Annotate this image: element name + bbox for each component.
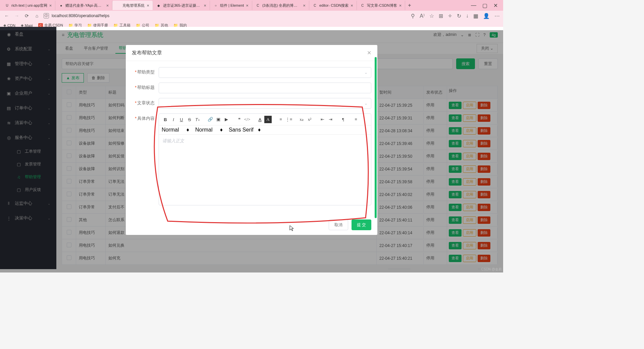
collections-icon[interactable]: ✧ bbox=[448, 13, 452, 19]
ordered-list-icon[interactable]: ≡ bbox=[277, 116, 284, 123]
tab-title: rich-text | uni-app官网 bbox=[11, 3, 47, 8]
editor-body[interactable]: 请输入正文 bbox=[159, 135, 371, 205]
align-icon[interactable]: ≡ bbox=[352, 116, 360, 123]
tab-close-icon[interactable]: × bbox=[106, 3, 109, 8]
rich-editor: B I U S Tₓ 🔗 ▣ ▶ ❝ </> bbox=[159, 113, 371, 205]
browser-tab[interactable]: ◆进京证365-进京证摄像头位...× bbox=[153, 1, 210, 10]
back-icon[interactable]: ← bbox=[3, 12, 10, 19]
watermark: CSDN @全易 bbox=[481, 267, 502, 272]
window-maximize-icon[interactable]: ▢ bbox=[482, 2, 487, 9]
tab-close-icon[interactable]: × bbox=[351, 3, 353, 8]
link-icon[interactable]: 🔗 bbox=[207, 116, 214, 123]
tab-close-icon[interactable]: × bbox=[147, 3, 149, 8]
browser-tabs: Urich-text | uni-app官网×●赠送代金券-YApi-高效、易.… bbox=[0, 0, 503, 11]
form-row-title: *帮助标题 bbox=[132, 83, 371, 93]
read-aloud-icon[interactable]: A⁾ bbox=[420, 13, 425, 19]
indent-right-icon[interactable]: ⇥ bbox=[327, 116, 334, 123]
bold-icon[interactable]: B bbox=[162, 116, 169, 123]
tab-close-icon[interactable]: × bbox=[303, 3, 306, 8]
tab-close-icon[interactable]: × bbox=[204, 3, 206, 8]
size-select[interactable]: Normal ♦ bbox=[162, 127, 189, 133]
close-icon[interactable]: ✕ bbox=[367, 50, 371, 56]
tab-title: 组件 | Element bbox=[220, 3, 244, 8]
tab-title: 写文章-CSDN博客 bbox=[367, 3, 397, 8]
font-select[interactable]: Sans Serif ♦ bbox=[229, 127, 261, 133]
image-icon[interactable]: ▣ bbox=[215, 116, 222, 123]
tab-favicon-icon: ○ bbox=[213, 3, 218, 8]
browser-tab[interactable]: C(3条消息) 全易的博客_CSDN...× bbox=[252, 1, 309, 10]
extensions-icon[interactable]: ⊞ bbox=[439, 13, 443, 19]
search-icon[interactable]: ⚲ bbox=[411, 13, 415, 19]
new-tab-icon[interactable]: + bbox=[405, 2, 414, 8]
status-select[interactable]: ⌄ bbox=[159, 98, 371, 109]
editor-toolbar: B I U S Tₓ 🔗 ▣ ▶ ❝ </> bbox=[159, 114, 371, 126]
title-input[interactable] bbox=[159, 83, 371, 93]
modal-footer: 取消 提 交 bbox=[126, 216, 377, 235]
label-status: *文章状态 bbox=[132, 98, 159, 106]
home-icon[interactable]: ⌂ bbox=[34, 12, 40, 19]
favorite-icon[interactable]: ☆ bbox=[429, 13, 434, 19]
tab-title: 充电管理系统 bbox=[122, 3, 145, 8]
browser-chrome: Urich-text | uni-app官网×●赠送代金券-YApi-高效、易.… bbox=[0, 0, 503, 27]
window-minimize-icon[interactable]: — bbox=[471, 2, 476, 9]
submit-button[interactable]: 提 交 bbox=[352, 219, 371, 230]
app-icon[interactable]: ▦ bbox=[473, 13, 478, 19]
addr-actions: ⚲ A⁾ ☆ ⊞ ✧ ↻ ↓ ▦ 👤 ⋯ bbox=[411, 13, 500, 19]
browser-tab[interactable]: ●赠送代金券-YApi-高效、易...× bbox=[55, 1, 112, 10]
downloads-icon[interactable]: ↓ bbox=[466, 13, 469, 19]
menu-icon[interactable]: ⋯ bbox=[494, 13, 500, 19]
video-icon[interactable]: ▶ bbox=[223, 116, 230, 123]
browser-tab[interactable]: Urich-text | uni-app官网× bbox=[1, 1, 55, 10]
tab-favicon-icon: ● bbox=[59, 3, 63, 8]
text-color-icon[interactable]: A bbox=[256, 116, 264, 123]
cancel-button[interactable]: 取消 bbox=[329, 219, 348, 230]
clear-format-icon[interactable]: Tₓ bbox=[194, 116, 201, 123]
address-bar-row: ← → ⟳ ⌂ ⓘ localhost:8080/operational/hel… bbox=[0, 11, 503, 21]
tab-favicon-icon: C bbox=[313, 3, 317, 8]
tab-favicon-icon: C bbox=[256, 3, 260, 8]
chevron-down-icon: ⌄ bbox=[364, 101, 368, 106]
underline-icon[interactable]: U bbox=[178, 116, 185, 123]
url-text: localhost:8080/operational/helps bbox=[52, 13, 109, 18]
bg-color-icon[interactable]: A bbox=[264, 116, 272, 123]
refresh-icon[interactable]: ⟳ bbox=[23, 12, 30, 19]
browser-tab[interactable]: C写文章-CSDN博客× bbox=[357, 1, 405, 10]
browser-tab[interactable]: ○组件 | Element× bbox=[210, 1, 252, 10]
header-select[interactable]: Normal ♦ bbox=[195, 127, 223, 133]
modal-title: 发布帮助文章 bbox=[132, 50, 162, 56]
category-select[interactable]: ⌄ bbox=[159, 67, 371, 78]
browser-tab[interactable]: 充电管理系统× bbox=[112, 1, 153, 10]
italic-icon[interactable]: I bbox=[170, 116, 177, 123]
tab-close-icon[interactable]: × bbox=[399, 3, 402, 8]
tab-favicon-icon: U bbox=[5, 3, 9, 8]
tab-title: (3条消息) 全易的博客_CSDN... bbox=[262, 3, 301, 8]
modal-body: *帮助类型 ⌄ *帮助标题 *文章状态 ⌄ *具体内容 B I U bbox=[126, 61, 377, 216]
tab-favicon-icon bbox=[116, 3, 120, 8]
subscript-icon[interactable]: x₂ bbox=[298, 116, 305, 123]
direction-icon[interactable]: ¶ bbox=[339, 116, 347, 123]
label-content: *具体内容 bbox=[132, 113, 159, 121]
profile-icon[interactable]: 👤 bbox=[483, 13, 490, 19]
window-close-icon[interactable]: ✕ bbox=[493, 2, 498, 9]
label-category: *帮助类型 bbox=[132, 67, 159, 75]
editor-format-row: Normal ♦ Normal ♦ Sans Serif ♦ bbox=[159, 126, 371, 135]
quote-icon[interactable]: ❝ bbox=[235, 116, 243, 123]
superscript-icon[interactable]: x² bbox=[306, 116, 313, 123]
form-row-category: *帮助类型 ⌄ bbox=[132, 67, 371, 78]
tab-close-icon[interactable]: × bbox=[49, 3, 52, 8]
code-icon[interactable]: </> bbox=[244, 116, 251, 123]
tab-favicon-icon: C bbox=[360, 3, 365, 8]
history-icon[interactable]: ↻ bbox=[457, 13, 461, 19]
unordered-list-icon[interactable]: ⋮≡ bbox=[285, 116, 292, 123]
address-bar[interactable]: ⓘ localhost:8080/operational/helps bbox=[44, 13, 408, 18]
tab-close-icon[interactable]: × bbox=[246, 3, 249, 8]
strike-icon[interactable]: S bbox=[186, 116, 193, 123]
indent-left-icon[interactable]: ⇤ bbox=[319, 116, 326, 123]
browser-tab[interactable]: Ceditor- CSDN搜索× bbox=[309, 1, 357, 10]
forward-icon[interactable]: → bbox=[13, 12, 20, 19]
site-info-icon[interactable]: ⓘ bbox=[44, 13, 49, 18]
tab-title: editor- CSDN搜索 bbox=[319, 3, 348, 8]
form-row-status: *文章状态 ⌄ bbox=[132, 98, 371, 109]
label-title: *帮助标题 bbox=[132, 83, 159, 91]
tab-favicon-icon: ◆ bbox=[156, 3, 161, 8]
